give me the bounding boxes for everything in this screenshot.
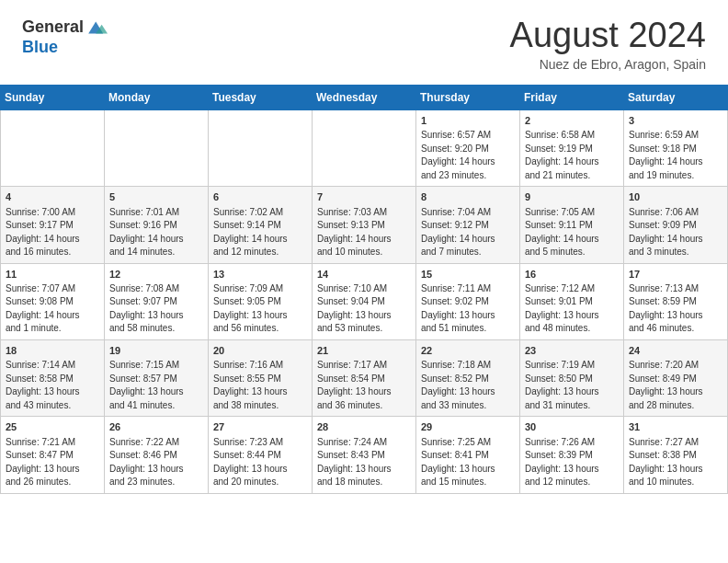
day-number: 12: [109, 268, 203, 282]
calendar-week-row: 1Sunrise: 6:57 AM Sunset: 9:20 PM Daylig…: [1, 109, 728, 186]
day-number: 2: [525, 114, 619, 128]
page-header: General Blue August 2024 Nuez de Ebro, A…: [0, 0, 728, 81]
day-info: Sunrise: 7:08 AM Sunset: 9:07 PM Dayligh…: [109, 282, 203, 336]
day-number: 17: [629, 268, 722, 282]
calendar-cell: 7Sunrise: 7:03 AM Sunset: 9:13 PM Daylig…: [313, 187, 416, 263]
day-info: Sunrise: 7:17 AM Sunset: 8:54 PM Dayligh…: [317, 359, 411, 412]
day-info: Sunrise: 7:27 AM Sunset: 8:38 PM Dayligh…: [629, 436, 722, 489]
day-info: Sunrise: 7:12 AM Sunset: 9:01 PM Dayligh…: [525, 282, 619, 336]
day-number: 29: [421, 420, 515, 434]
calendar-cell: 20Sunrise: 7:16 AM Sunset: 8:55 PM Dayli…: [209, 339, 313, 416]
day-number: 24: [629, 344, 722, 358]
day-number: 8: [421, 190, 515, 204]
weekday-header: Friday: [520, 85, 624, 109]
calendar-cell: 26Sunrise: 7:22 AM Sunset: 8:46 PM Dayli…: [105, 417, 209, 493]
calendar-cell: 19Sunrise: 7:15 AM Sunset: 8:57 PM Dayli…: [105, 339, 209, 416]
calendar-cell: 9Sunrise: 7:05 AM Sunset: 9:11 PM Daylig…: [520, 187, 624, 263]
day-number: 30: [525, 420, 619, 434]
location-subtitle: Nuez de Ebro, Aragon, Spain: [510, 57, 706, 72]
calendar-cell: 8Sunrise: 7:04 AM Sunset: 9:12 PM Daylig…: [416, 187, 520, 263]
title-block: August 2024 Nuez de Ebro, Aragon, Spain: [510, 17, 706, 72]
day-number: 9: [525, 190, 619, 204]
day-info: Sunrise: 7:06 AM Sunset: 9:09 PM Dayligh…: [629, 206, 722, 259]
calendar-cell: [209, 109, 313, 186]
day-number: 27: [213, 420, 307, 434]
weekday-header: Wednesday: [313, 85, 416, 109]
logo: General Blue: [22, 17, 108, 57]
month-year-title: August 2024: [510, 17, 706, 55]
calendar-cell: 31Sunrise: 7:27 AM Sunset: 8:38 PM Dayli…: [624, 417, 728, 493]
day-info: Sunrise: 7:22 AM Sunset: 8:46 PM Dayligh…: [109, 436, 203, 489]
calendar-cell: 21Sunrise: 7:17 AM Sunset: 8:54 PM Dayli…: [313, 339, 416, 416]
day-number: 11: [6, 268, 99, 282]
day-number: 14: [317, 268, 411, 282]
day-number: 6: [213, 190, 307, 204]
calendar-cell: 3Sunrise: 6:59 AM Sunset: 9:18 PM Daylig…: [624, 109, 728, 186]
day-number: 26: [109, 420, 203, 434]
day-info: Sunrise: 7:11 AM Sunset: 9:02 PM Dayligh…: [421, 282, 515, 336]
day-number: 31: [629, 420, 722, 434]
calendar-week-row: 11Sunrise: 7:07 AM Sunset: 9:08 PM Dayli…: [1, 263, 728, 339]
calendar-cell: 13Sunrise: 7:09 AM Sunset: 9:05 PM Dayli…: [209, 263, 313, 339]
day-number: 19: [109, 344, 203, 358]
day-info: Sunrise: 7:18 AM Sunset: 8:52 PM Dayligh…: [421, 359, 515, 412]
day-number: 22: [421, 344, 515, 358]
calendar-week-row: 25Sunrise: 7:21 AM Sunset: 8:47 PM Dayli…: [1, 417, 728, 493]
calendar-header-row: SundayMondayTuesdayWednesdayThursdayFrid…: [1, 85, 728, 109]
weekday-header: Sunday: [1, 85, 105, 109]
calendar-cell: [105, 109, 209, 186]
day-info: Sunrise: 7:01 AM Sunset: 9:16 PM Dayligh…: [109, 206, 203, 259]
day-number: 21: [317, 344, 411, 358]
day-info: Sunrise: 6:58 AM Sunset: 9:19 PM Dayligh…: [525, 129, 619, 182]
calendar-cell: 10Sunrise: 7:06 AM Sunset: 9:09 PM Dayli…: [624, 187, 728, 263]
calendar-cell: 17Sunrise: 7:13 AM Sunset: 8:59 PM Dayli…: [624, 263, 728, 339]
day-info: Sunrise: 6:59 AM Sunset: 9:18 PM Dayligh…: [629, 129, 722, 182]
day-info: Sunrise: 7:15 AM Sunset: 8:57 PM Dayligh…: [109, 359, 203, 412]
calendar-cell: 23Sunrise: 7:19 AM Sunset: 8:50 PM Dayli…: [520, 339, 624, 416]
day-number: 15: [421, 268, 515, 282]
day-number: 3: [629, 114, 722, 128]
calendar-cell: 2Sunrise: 6:58 AM Sunset: 9:19 PM Daylig…: [520, 109, 624, 186]
calendar-cell: 16Sunrise: 7:12 AM Sunset: 9:01 PM Dayli…: [520, 263, 624, 339]
day-info: Sunrise: 7:10 AM Sunset: 9:04 PM Dayligh…: [317, 282, 411, 336]
day-number: 13: [213, 268, 307, 282]
day-info: Sunrise: 7:24 AM Sunset: 8:43 PM Dayligh…: [317, 436, 411, 489]
calendar-cell: 11Sunrise: 7:07 AM Sunset: 9:08 PM Dayli…: [1, 263, 105, 339]
calendar-cell: 27Sunrise: 7:23 AM Sunset: 8:44 PM Dayli…: [209, 417, 313, 493]
weekday-header: Saturday: [624, 85, 728, 109]
logo-text-blue: Blue: [22, 39, 108, 57]
calendar-cell: 15Sunrise: 7:11 AM Sunset: 9:02 PM Dayli…: [416, 263, 520, 339]
day-info: Sunrise: 7:16 AM Sunset: 8:55 PM Dayligh…: [213, 359, 307, 412]
day-info: Sunrise: 7:13 AM Sunset: 8:59 PM Dayligh…: [629, 282, 722, 336]
day-number: 25: [6, 420, 99, 434]
calendar-cell: 30Sunrise: 7:26 AM Sunset: 8:39 PM Dayli…: [520, 417, 624, 493]
calendar-cell: [1, 109, 105, 186]
calendar-week-row: 18Sunrise: 7:14 AM Sunset: 8:58 PM Dayli…: [1, 339, 728, 416]
calendar-cell: 18Sunrise: 7:14 AM Sunset: 8:58 PM Dayli…: [1, 339, 105, 416]
calendar-cell: [313, 109, 416, 186]
calendar-cell: 5Sunrise: 7:01 AM Sunset: 9:16 PM Daylig…: [105, 187, 209, 263]
day-info: Sunrise: 7:07 AM Sunset: 9:08 PM Dayligh…: [6, 282, 99, 336]
calendar-cell: 28Sunrise: 7:24 AM Sunset: 8:43 PM Dayli…: [313, 417, 416, 493]
day-number: 20: [213, 344, 307, 358]
day-info: Sunrise: 7:09 AM Sunset: 9:05 PM Dayligh…: [213, 282, 307, 336]
day-number: 1: [421, 114, 515, 128]
day-info: Sunrise: 7:26 AM Sunset: 8:39 PM Dayligh…: [525, 436, 619, 489]
day-info: Sunrise: 7:14 AM Sunset: 8:58 PM Dayligh…: [6, 359, 99, 412]
weekday-header: Thursday: [416, 85, 520, 109]
calendar-cell: 25Sunrise: 7:21 AM Sunset: 8:47 PM Dayli…: [1, 417, 105, 493]
logo-icon: [85, 17, 108, 39]
day-number: 10: [629, 190, 722, 204]
day-info: Sunrise: 7:20 AM Sunset: 8:49 PM Dayligh…: [629, 359, 722, 412]
day-info: Sunrise: 7:05 AM Sunset: 9:11 PM Dayligh…: [525, 206, 619, 259]
day-info: Sunrise: 7:19 AM Sunset: 8:50 PM Dayligh…: [525, 359, 619, 412]
day-number: 5: [109, 190, 203, 204]
day-info: Sunrise: 7:03 AM Sunset: 9:13 PM Dayligh…: [317, 206, 411, 259]
day-info: Sunrise: 7:21 AM Sunset: 8:47 PM Dayligh…: [6, 436, 99, 489]
weekday-header: Tuesday: [209, 85, 313, 109]
day-number: 18: [6, 344, 99, 358]
day-info: Sunrise: 7:04 AM Sunset: 9:12 PM Dayligh…: [421, 206, 515, 259]
day-number: 23: [525, 344, 619, 358]
day-info: Sunrise: 7:23 AM Sunset: 8:44 PM Dayligh…: [213, 436, 307, 489]
calendar-cell: 14Sunrise: 7:10 AM Sunset: 9:04 PM Dayli…: [313, 263, 416, 339]
